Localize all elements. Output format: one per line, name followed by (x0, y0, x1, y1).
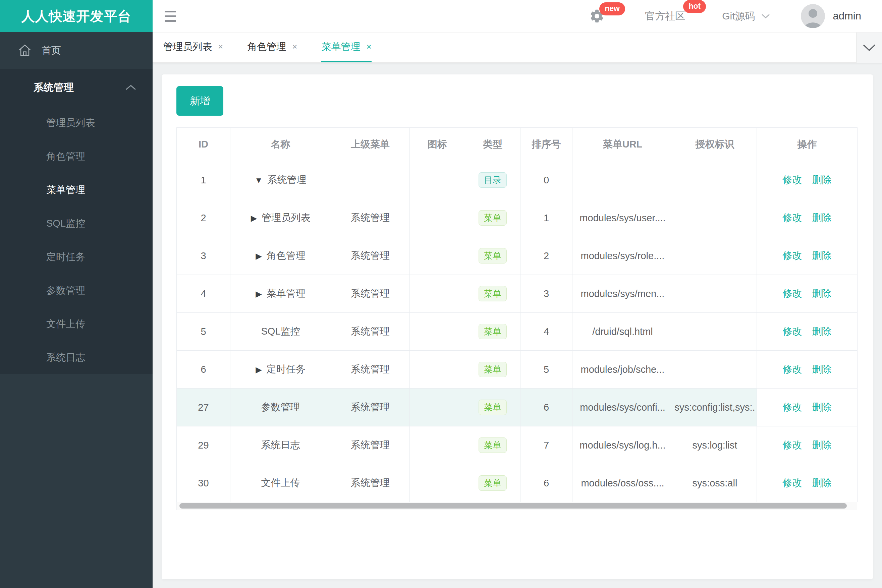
sidebar-item-系统日志[interactable]: 系统日志 (0, 340, 153, 374)
edit-link[interactable]: 修改 (783, 288, 802, 299)
add-button[interactable]: 新增 (176, 86, 223, 116)
cell-order: 6 (520, 388, 572, 426)
sidebar-item-角色管理[interactable]: 角色管理 (0, 140, 153, 173)
tab-close-icon[interactable]: × (218, 42, 223, 52)
home-icon (17, 43, 32, 58)
menu-name-label: 系统日志 (261, 440, 300, 450)
cell-parent: 系统管理 (331, 275, 410, 313)
cell-name: ▶角色管理 (230, 237, 331, 275)
tab-角色管理[interactable]: 角色管理 × (247, 33, 297, 62)
delete-link[interactable]: 删除 (812, 212, 832, 223)
cell-perm (673, 199, 757, 237)
edit-link[interactable]: 修改 (783, 440, 802, 450)
cell-icon (410, 161, 465, 199)
sidebar-item-菜单管理[interactable]: 菜单管理 (0, 173, 153, 207)
sidebar-item-home[interactable]: 首页 (0, 32, 153, 69)
delete-link[interactable]: 删除 (812, 174, 832, 185)
avatar[interactable] (801, 4, 825, 28)
sidebar-section-label: 系统管理 (33, 81, 74, 94)
cell-name: ▶定时任务 (230, 351, 331, 388)
delete-link[interactable]: 删除 (812, 477, 832, 488)
col-header-perm: 授权标识 (673, 128, 757, 161)
edit-link[interactable]: 修改 (783, 364, 802, 375)
table-header-row: ID 名称 上级菜单 图标 类型 排序号 菜单URL 授权标识 操作 (177, 128, 858, 161)
edit-link[interactable]: 修改 (783, 477, 802, 488)
cell-name: ▶管理员列表 (230, 199, 331, 237)
cell-url: modules/sys/role.... (572, 237, 673, 275)
cell-actions: 修改删除 (757, 388, 858, 426)
menu-table: ID 名称 上级菜单 图标 类型 排序号 菜单URL 授权标识 操作 1▼系统管… (176, 128, 857, 510)
cell-id: 3 (177, 237, 230, 275)
delete-link[interactable]: 删除 (812, 250, 832, 261)
cell-url: modules/sys/confi... (572, 388, 673, 426)
main-content: 新增 ID 名称 上级菜单 图标 类型 排序号 菜单URL 授 (153, 63, 882, 588)
sidebar-section-system: 系统管理 管理员列表角色管理菜单管理SQL监控定时任务参数管理文件上传系统日志 (0, 69, 153, 374)
tab-管理员列表[interactable]: 管理员列表 × (163, 33, 223, 62)
delete-link[interactable]: 删除 (812, 440, 832, 450)
username[interactable]: admin (833, 10, 861, 22)
settings-button[interactable]: new (589, 8, 605, 24)
tab-close-icon[interactable]: × (366, 42, 371, 52)
delete-link[interactable]: 删除 (812, 402, 832, 412)
table-body: 1▼系统管理目录0修改删除2▶管理员列表系统管理菜单1modules/sys/u… (177, 161, 858, 502)
sidebar-item-参数管理[interactable]: 参数管理 (0, 273, 153, 307)
collapse-row-icon[interactable]: ▼ (255, 176, 263, 185)
cell-order: 5 (520, 351, 572, 388)
tab-close-icon[interactable]: × (292, 42, 297, 52)
type-badge: 菜单 (479, 438, 507, 453)
expand-row-icon[interactable]: ▶ (255, 289, 261, 299)
edit-link[interactable]: 修改 (783, 326, 802, 337)
git-source-dropdown[interactable]: Git源码 (722, 9, 770, 23)
col-header-name: 名称 (230, 128, 331, 161)
community-link[interactable]: 官方社区 hot (645, 9, 685, 23)
cell-actions: 修改删除 (757, 237, 858, 275)
menu-name-label: 菜单管理 (267, 288, 305, 299)
edit-link[interactable]: 修改 (783, 212, 802, 223)
menu-toggle-icon[interactable] (165, 11, 176, 22)
edit-link[interactable]: 修改 (783, 250, 802, 261)
expand-row-icon[interactable]: ▶ (251, 213, 257, 223)
table-row: 5SQL监控系统管理菜单4/druid/sql.html修改删除 (177, 313, 858, 351)
delete-link[interactable]: 删除 (812, 326, 832, 337)
col-header-url: 菜单URL (572, 128, 673, 161)
cell-id: 4 (177, 275, 230, 313)
delete-link[interactable]: 删除 (812, 364, 832, 375)
cell-icon (410, 275, 465, 313)
type-badge: 菜单 (479, 210, 507, 226)
sidebar-submenu: 管理员列表角色管理菜单管理SQL监控定时任务参数管理文件上传系统日志 (0, 106, 153, 374)
cell-icon (410, 351, 465, 388)
type-badge: 菜单 (479, 362, 507, 377)
cell-id: 27 (177, 388, 230, 426)
type-badge: 菜单 (479, 248, 507, 264)
menu-name-label: 系统管理 (267, 174, 306, 185)
sidebar-item-管理员列表[interactable]: 管理员列表 (0, 106, 153, 140)
sidebar-section-title[interactable]: 系统管理 (0, 69, 153, 106)
expand-row-icon[interactable]: ▶ (255, 365, 261, 375)
cell-id: 29 (177, 426, 230, 464)
tab-label: 菜单管理 (321, 40, 360, 54)
type-badge: 菜单 (479, 476, 507, 491)
cell-url: modules/job/sche... (572, 351, 673, 388)
cell-icon (410, 464, 465, 502)
horizontal-scrollbar-track[interactable] (176, 502, 857, 510)
col-header-parent: 上级菜单 (331, 128, 410, 161)
cell-icon (410, 313, 465, 351)
expand-row-icon[interactable]: ▶ (255, 251, 261, 261)
col-header-order: 排序号 (520, 128, 572, 161)
menu-name-label: 角色管理 (267, 250, 305, 261)
tab-菜单管理[interactable]: 菜单管理 × (321, 33, 371, 62)
horizontal-scrollbar-thumb[interactable] (179, 503, 847, 508)
col-header-id: ID (177, 128, 230, 161)
cell-name: 文件上传 (230, 464, 331, 502)
edit-link[interactable]: 修改 (783, 402, 802, 412)
sidebar-item-文件上传[interactable]: 文件上传 (0, 307, 153, 340)
tabs-overflow-button[interactable] (856, 33, 882, 63)
delete-link[interactable]: 删除 (812, 288, 832, 299)
cell-id: 6 (177, 351, 230, 388)
table-row: 6▶定时任务系统管理菜单5modules/job/sche...修改删除 (177, 351, 858, 388)
sidebar-item-SQL监控[interactable]: SQL监控 (0, 207, 153, 240)
cell-type: 目录 (465, 161, 520, 199)
sidebar-item-定时任务[interactable]: 定时任务 (0, 240, 153, 273)
edit-link[interactable]: 修改 (783, 174, 802, 185)
cell-order: 1 (520, 199, 572, 237)
